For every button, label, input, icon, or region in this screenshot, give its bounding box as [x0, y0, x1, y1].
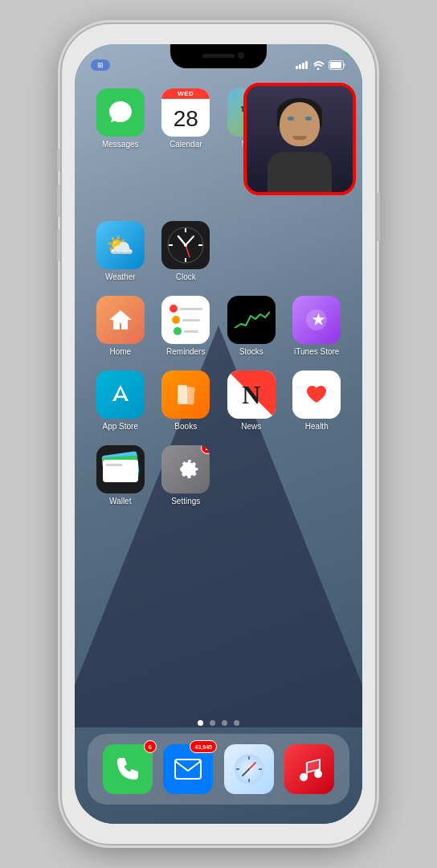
clock-icon [161, 221, 210, 269]
clock-face-svg [165, 225, 206, 265]
app-row-2: ⛅ Weather [88, 221, 349, 281]
messages-label: Messages [102, 140, 139, 149]
pip-icon: ⊞ [97, 61, 104, 69]
app-wallet[interactable]: Wallet [93, 445, 148, 506]
books-icon [161, 371, 210, 419]
page-dot-3 [222, 720, 227, 726]
weather-label: Weather [105, 272, 136, 281]
eye-left [288, 117, 294, 121]
mute-button[interactable] [57, 149, 60, 171]
signal-strength [296, 61, 308, 69]
stocks-label: Stocks [239, 347, 263, 356]
svg-rect-16 [175, 760, 201, 779]
empty-icon-2 [292, 221, 341, 269]
app-messages[interactable]: Messages [93, 88, 148, 149]
wallet-icon [96, 445, 145, 493]
messages-icon [96, 88, 145, 137]
volume-down-button[interactable] [57, 229, 60, 261]
person-head [280, 102, 320, 146]
app-reminders[interactable]: Reminders [158, 296, 213, 356]
phone-outer: ⊞ [62, 24, 375, 844]
facetime-video [247, 86, 353, 192]
calendar-body: 28 [161, 99, 210, 137]
app-home[interactable]: Home [93, 296, 148, 356]
appstore-icon [96, 371, 145, 419]
svg-point-12 [184, 244, 187, 247]
page-dot-4 [234, 720, 239, 726]
books-label: Books [174, 422, 197, 431]
app-calendar[interactable]: WED 28 Calendar [158, 88, 213, 149]
signal-bar-2 [299, 64, 301, 69]
calendar-date: 28 [174, 108, 198, 130]
itunes-label: iTunes Store [294, 347, 339, 356]
appstore-label: App Store [103, 422, 138, 431]
app-stocks[interactable]: Stocks [224, 296, 279, 356]
page-dot-2 [210, 720, 215, 726]
home-icon [96, 296, 145, 344]
calendar-icon: WED 28 [161, 88, 210, 137]
safari-icon [224, 744, 274, 794]
calendar-day: WED [161, 88, 210, 99]
home-label: Home [109, 347, 131, 356]
notch [170, 44, 267, 68]
svg-rect-1 [330, 62, 341, 68]
signal-bar-3 [302, 63, 304, 69]
page-dot-1 [198, 720, 203, 726]
volume-up-button[interactable] [57, 185, 60, 217]
speaker [202, 54, 235, 58]
power-button[interactable] [377, 193, 380, 241]
reminders-label: Reminders [166, 347, 205, 356]
dock: 6 43,945 [88, 734, 349, 805]
app-appstore[interactable]: App Store [93, 371, 148, 431]
reminder-line-2 [182, 319, 200, 321]
dock-safari[interactable] [224, 744, 274, 794]
settings-icon: 2 [161, 445, 210, 493]
app-clock[interactable]: Clock [158, 221, 213, 281]
mail-badge: 43,945 [190, 740, 217, 753]
reminder-dot-3 [174, 327, 182, 335]
person-body [268, 152, 332, 192]
battery-icon [329, 60, 346, 70]
empty-icon-1 [227, 221, 276, 269]
health-label: Health [305, 422, 329, 431]
app-row-5: Wallet 2 Settings [88, 445, 349, 506]
camera-active-indicator [345, 51, 350, 55]
reminder-line-3 [184, 330, 198, 333]
signal-bar-4 [305, 61, 308, 69]
app-health[interactable]: Health [289, 371, 344, 431]
phone-badge: 6 [144, 740, 157, 753]
dock-mail[interactable]: 43,945 [163, 744, 213, 794]
app-news[interactable]: N News [224, 371, 279, 431]
reminders-icon [161, 296, 210, 344]
eye-right [305, 117, 312, 121]
svg-text:★: ★ [312, 312, 325, 328]
facetime-overlay[interactable] [243, 83, 356, 195]
app-books[interactable]: Books [158, 371, 213, 431]
dock-phone[interactable]: 6 [103, 744, 153, 794]
news-n-letter: N [242, 380, 260, 410]
app-itunes[interactable]: ★ iTunes Store [289, 296, 344, 356]
app-weather[interactable]: ⛅ Weather [93, 221, 148, 281]
settings-label: Settings [171, 497, 200, 506]
wallet-strip [106, 464, 122, 466]
svg-point-26 [314, 770, 322, 778]
reminder-line-1 [180, 308, 202, 310]
wallet-label: Wallet [109, 497, 131, 506]
signal-bar-1 [296, 66, 298, 69]
empty-icon-3 [227, 445, 276, 493]
status-indicators [296, 60, 346, 70]
reminder-dot-2 [172, 316, 180, 324]
music-icon [284, 744, 334, 794]
wallet-card-3 [103, 460, 138, 482]
wifi-icon [312, 60, 325, 70]
calendar-label: Calendar [169, 140, 202, 149]
empty-icon-4 [292, 445, 341, 493]
weather-icon-symbol: ⛅ [106, 232, 134, 259]
reminder-dot-1 [169, 305, 178, 313]
stocks-icon [227, 296, 276, 344]
app-settings[interactable]: 2 Settings [158, 445, 213, 506]
settings-badge: 2 [201, 445, 210, 454]
dock-music[interactable] [284, 744, 334, 794]
news-icon: N [227, 371, 276, 419]
app-row-3: Home [88, 296, 349, 356]
